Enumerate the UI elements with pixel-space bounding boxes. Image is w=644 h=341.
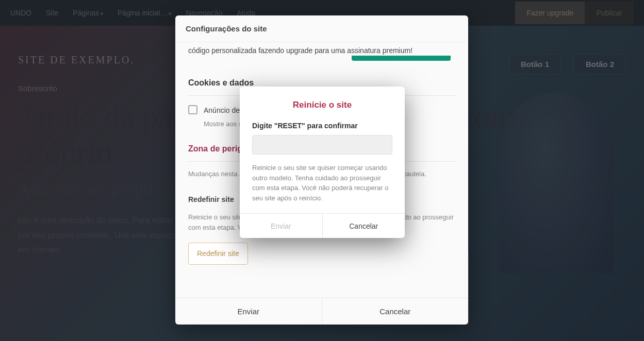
upgrade-promo-text: código personalizada fazendo upgrade par…: [188, 42, 455, 56]
reset-confirm-cancel-button[interactable]: Cancelar: [323, 214, 405, 238]
cookie-notice-checkbox[interactable]: [188, 105, 197, 114]
upgrade-badge[interactable]: [352, 56, 451, 61]
reset-confirm-submit-button[interactable]: Enviar: [240, 214, 323, 238]
settings-cancel-button[interactable]: Cancelar: [322, 298, 469, 325]
reset-confirm-title: Reinicie o site: [252, 100, 392, 110]
settings-modal-title: Configurações do site: [175, 15, 468, 42]
reset-confirm-description: Reinicie o seu site se quiser começar us…: [252, 163, 392, 203]
reset-confirm-input[interactable]: [252, 135, 392, 155]
reset-confirm-label: Digite "RESET" para confirmar: [252, 122, 392, 130]
reset-confirm-modal: Reinicie o site Digite "RESET" para conf…: [240, 87, 405, 238]
settings-submit-button[interactable]: Enviar: [175, 298, 322, 325]
reset-site-button[interactable]: Redefinir site: [188, 243, 248, 265]
